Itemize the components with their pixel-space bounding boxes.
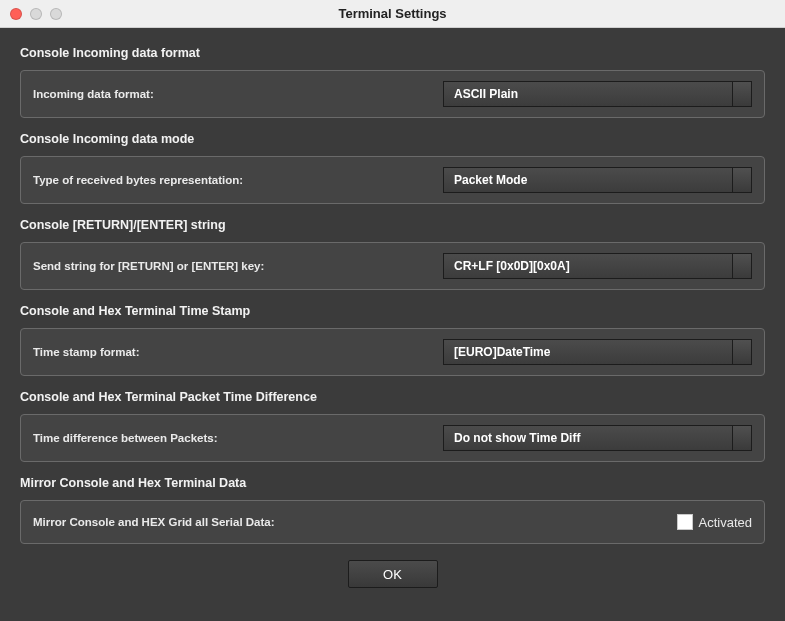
select-value-incoming-mode: Packet Mode [443,167,732,193]
window-title: Terminal Settings [0,6,785,21]
checkbox-activated-wrap[interactable]: Activated [677,514,752,530]
select-incoming-mode[interactable]: Packet Mode [443,167,752,193]
select-timestamp[interactable]: [EURO]DateTime [443,339,752,365]
label-incoming-mode: Type of received bytes representation: [33,174,443,186]
panel-time-diff: Time difference between Packets: Do not … [20,414,765,462]
checkbox-activated-label: Activated [699,515,752,530]
section-title-incoming-mode: Console Incoming data mode [20,132,765,146]
section-title-time-diff: Console and Hex Terminal Packet Time Dif… [20,390,765,404]
panel-incoming-mode: Type of received bytes representation: P… [20,156,765,204]
minimize-icon [30,8,42,20]
chevron-down-icon[interactable] [732,339,752,365]
chevron-down-icon[interactable] [732,425,752,451]
select-incoming-format[interactable]: ASCII Plain [443,81,752,107]
zoom-icon [50,8,62,20]
checkbox-activated[interactable] [677,514,693,530]
label-time-diff: Time difference between Packets: [33,432,443,444]
select-value-timestamp: [EURO]DateTime [443,339,732,365]
chevron-down-icon[interactable] [732,81,752,107]
titlebar: Terminal Settings [0,0,785,28]
panel-return-string: Send string for [RETURN] or [ENTER] key:… [20,242,765,290]
section-title-incoming-format: Console Incoming data format [20,46,765,60]
label-mirror: Mirror Console and HEX Grid all Serial D… [33,516,677,528]
traffic-lights [10,8,62,20]
section-title-timestamp: Console and Hex Terminal Time Stamp [20,304,765,318]
section-title-return-string: Console [RETURN]/[ENTER] string [20,218,765,232]
select-value-return-string: CR+LF [0x0D][0x0A] [443,253,732,279]
chevron-down-icon[interactable] [732,253,752,279]
panel-mirror: Mirror Console and HEX Grid all Serial D… [20,500,765,544]
close-icon[interactable] [10,8,22,20]
panel-incoming-format: Incoming data format: ASCII Plain [20,70,765,118]
label-timestamp: Time stamp format: [33,346,443,358]
label-return-string: Send string for [RETURN] or [ENTER] key: [33,260,443,272]
select-value-incoming-format: ASCII Plain [443,81,732,107]
content: Console Incoming data format Incoming da… [0,28,785,604]
section-title-mirror: Mirror Console and Hex Terminal Data [20,476,765,490]
panel-timestamp: Time stamp format: [EURO]DateTime [20,328,765,376]
ok-button[interactable]: OK [348,560,438,588]
select-value-time-diff: Do not show Time Diff [443,425,732,451]
chevron-down-icon[interactable] [732,167,752,193]
select-time-diff[interactable]: Do not show Time Diff [443,425,752,451]
select-return-string[interactable]: CR+LF [0x0D][0x0A] [443,253,752,279]
label-incoming-format: Incoming data format: [33,88,443,100]
footer: OK [20,560,765,588]
